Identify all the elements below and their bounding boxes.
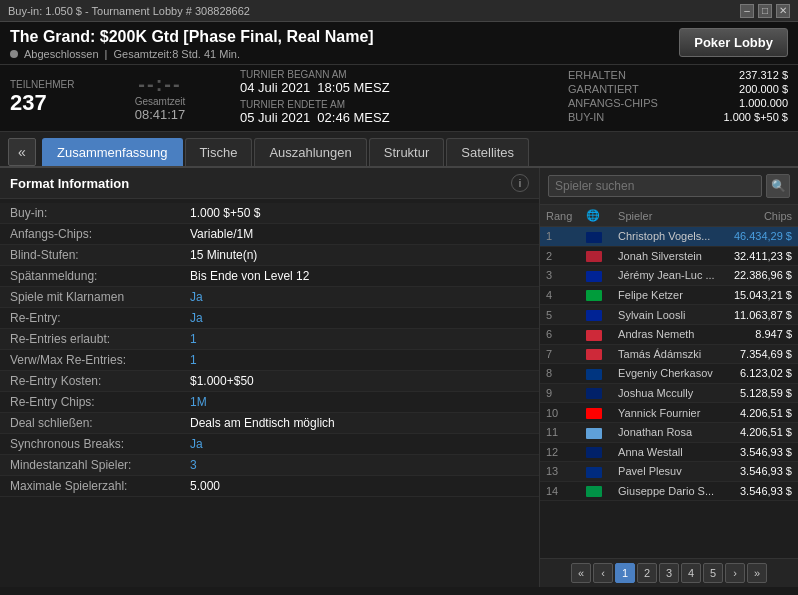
format-key: Re-Entry: (10, 311, 190, 325)
rank-cell: 5 (540, 305, 580, 325)
rank-cell: 6 (540, 324, 580, 344)
page-next-button[interactable]: › (725, 563, 745, 583)
table-row[interactable]: 4 Felipe Ketzer 15.043,21 $ (540, 285, 798, 305)
format-value: Variable/1M (190, 227, 253, 241)
flag-cell (580, 403, 612, 423)
format-row: Anfangs-Chips:Variable/1M (0, 224, 539, 245)
table-row[interactable]: 1 Christoph Vogels... 46.434,29 $ (540, 227, 798, 247)
format-key: Synchronous Breaks: (10, 437, 190, 451)
stats-row: TEILNEHMER 237 --:-- Gesamtzeit 08:41:17… (0, 65, 798, 132)
page-3-button[interactable]: 3 (659, 563, 679, 583)
format-value: 1 (190, 332, 197, 346)
header: The Grand: $200K Gtd [Phase Final, Real … (0, 22, 798, 65)
tab-struktur[interactable]: Struktur (369, 138, 445, 166)
rank-cell: 2 (540, 246, 580, 266)
col-rang: Rang (540, 205, 580, 227)
page-1-button[interactable]: 1 (615, 563, 635, 583)
rank-cell: 10 (540, 403, 580, 423)
tab-satellites[interactable]: Satellites (446, 138, 529, 166)
turnier-ende-value: 05 Juli 2021 02:46 MESZ (240, 110, 390, 125)
flag-cell (580, 285, 612, 305)
format-key: Mindestanzahl Spieler: (10, 458, 190, 472)
format-value: Bis Ende von Level 12 (190, 269, 309, 283)
player-table: Rang 🌐 Spieler Chips 1 Christoph Vogels.… (540, 205, 798, 558)
flag-cell (580, 246, 612, 266)
format-row: Re-Entry Kosten:$1.000+$50 (0, 371, 539, 392)
title-bar-controls: – □ ✕ (740, 4, 790, 18)
turnier-began-label: TURNIER BEGANN AM (240, 69, 390, 80)
table-row[interactable]: 10 Yannick Fournier 4.206,51 $ (540, 403, 798, 423)
clock-time: 08:41:17 (135, 107, 186, 122)
chips-cell: 5.128,59 $ (725, 383, 798, 403)
format-value: Ja (190, 311, 203, 325)
format-row: Re-Entry:Ja (0, 308, 539, 329)
page-last-button[interactable]: » (747, 563, 767, 583)
tab-tische[interactable]: Tische (185, 138, 253, 166)
format-row: Blind-Stufen:15 Minute(n) (0, 245, 539, 266)
tab-zusammenfassung[interactable]: Zusammenfassung (42, 138, 183, 166)
separator: | (105, 48, 108, 60)
table-row[interactable]: 8 Evgeniy Cherkasov 6.123,02 $ (540, 364, 798, 384)
chips-cell: 15.043,21 $ (725, 285, 798, 305)
rank-cell: 3 (540, 266, 580, 286)
table-row[interactable]: 3 Jérémy Jean-Luc ... 22.386,96 $ (540, 266, 798, 286)
format-key: Re-Entry Kosten: (10, 374, 190, 388)
flag-cell (580, 305, 612, 325)
page-prev-button[interactable]: ‹ (593, 563, 613, 583)
format-key: Verw/Max Re-Entries: (10, 353, 190, 367)
chips-cell: 3.546,93 $ (725, 442, 798, 462)
rank-cell: 13 (540, 462, 580, 482)
table-header: Rang 🌐 Spieler Chips (540, 205, 798, 227)
format-key: Deal schließen: (10, 416, 190, 430)
back-button[interactable]: « (8, 138, 36, 166)
table-row[interactable]: 12 Anna Westall 3.546,93 $ (540, 442, 798, 462)
format-key: Spiele mit Klarnamen (10, 290, 190, 304)
format-row: Spiele mit KlarnamenJa (0, 287, 539, 308)
close-button[interactable]: ✕ (776, 4, 790, 18)
title-bar-text: Buy-in: 1.050 $ - Tournament Lobby # 308… (8, 5, 250, 17)
table-row[interactable]: 5 Sylvain Loosli 11.063,87 $ (540, 305, 798, 325)
search-row: 🔍 (540, 168, 798, 205)
col-chips: Chips (725, 205, 798, 227)
page-first-button[interactable]: « (571, 563, 591, 583)
page-4-button[interactable]: 4 (681, 563, 701, 583)
turnier-began-row: TURNIER BEGANN AM 04 Juli 2021 18:05 MES… (240, 69, 390, 95)
table-row[interactable]: 13 Pavel Plesuv 3.546,93 $ (540, 462, 798, 482)
erhalten-label: ERHALTEN (568, 69, 681, 81)
format-key: Anfangs-Chips: (10, 227, 190, 241)
table-row[interactable]: 14 Giuseppe Dario S... 3.546,93 $ (540, 481, 798, 501)
format-value: 3 (190, 458, 197, 472)
left-panel: Format Information i Buy-in:1.000 $+50 $… (0, 168, 540, 587)
table-row[interactable]: 7 Tamás Ádámszki 7.354,69 $ (540, 344, 798, 364)
info-icon[interactable]: i (511, 174, 529, 192)
minimize-button[interactable]: – (740, 4, 754, 18)
chips-cell: 3.546,93 $ (725, 462, 798, 482)
format-info-title: Format Information (10, 176, 129, 191)
format-key: Spätanmeldung: (10, 269, 190, 283)
name-cell: Jonathan Rosa (612, 422, 725, 442)
tournament-status: Abgeschlossen | Gesamtzeit:8 Std. 41 Min… (10, 48, 374, 60)
format-row: Re-Entry Chips:1M (0, 392, 539, 413)
flag-cell (580, 227, 612, 247)
maximize-button[interactable]: □ (758, 4, 772, 18)
table-row[interactable]: 11 Jonathan Rosa 4.206,51 $ (540, 422, 798, 442)
search-button[interactable]: 🔍 (766, 174, 790, 198)
chips-cell: 3.546,93 $ (725, 481, 798, 501)
format-key: Blind-Stufen: (10, 248, 190, 262)
table-row[interactable]: 2 Jonah Silverstein 32.411,23 $ (540, 246, 798, 266)
rank-cell: 7 (540, 344, 580, 364)
format-row: Deal schließen:Deals am Endtisch möglich (0, 413, 539, 434)
pagination: « ‹ 1 2 3 4 5 › » (540, 558, 798, 587)
right-panel: 🔍 Rang 🌐 Spieler Chips 1 Christoph Vogel… (540, 168, 798, 587)
search-input[interactable] (548, 175, 762, 197)
tab-auszahlungen[interactable]: Auszahlungen (254, 138, 366, 166)
page-2-button[interactable]: 2 (637, 563, 657, 583)
poker-lobby-button[interactable]: Poker Lobby (679, 28, 788, 57)
format-table: Buy-in:1.000 $+50 $Anfangs-Chips:Variabl… (0, 199, 539, 587)
table-row[interactable]: 9 Joshua Mccully 5.128,59 $ (540, 383, 798, 403)
flag-cell (580, 422, 612, 442)
header-left: The Grand: $200K Gtd [Phase Final, Real … (10, 28, 374, 60)
name-cell: Evgeniy Cherkasov (612, 364, 725, 384)
page-5-button[interactable]: 5 (703, 563, 723, 583)
table-row[interactable]: 6 Andras Nemeth 8.947 $ (540, 324, 798, 344)
